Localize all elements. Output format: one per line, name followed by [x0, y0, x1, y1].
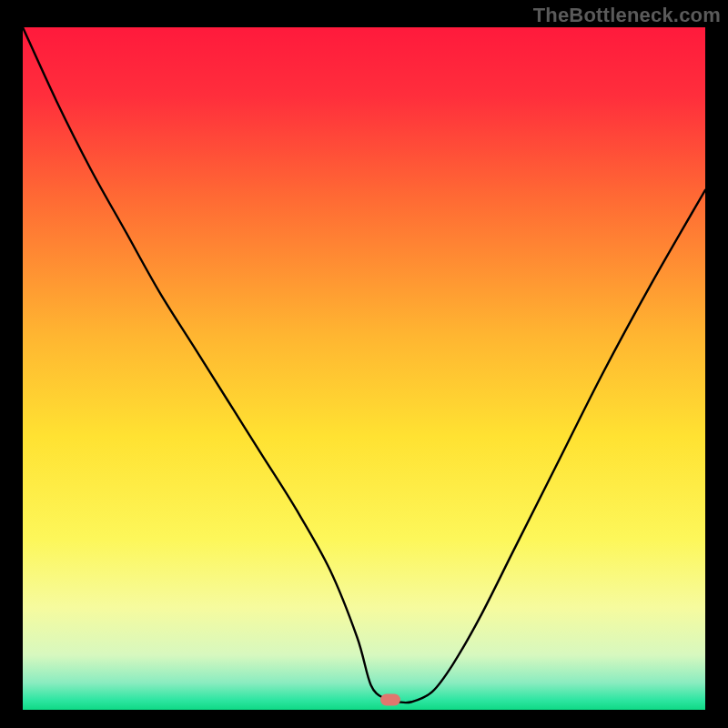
attribution-text: TheBottleneck.com	[533, 4, 721, 27]
bottleneck-curve	[23, 27, 705, 705]
bottleneck-marker	[380, 694, 400, 706]
plot-frame	[23, 27, 705, 705]
chart-root: TheBottleneck.com	[0, 0, 728, 728]
